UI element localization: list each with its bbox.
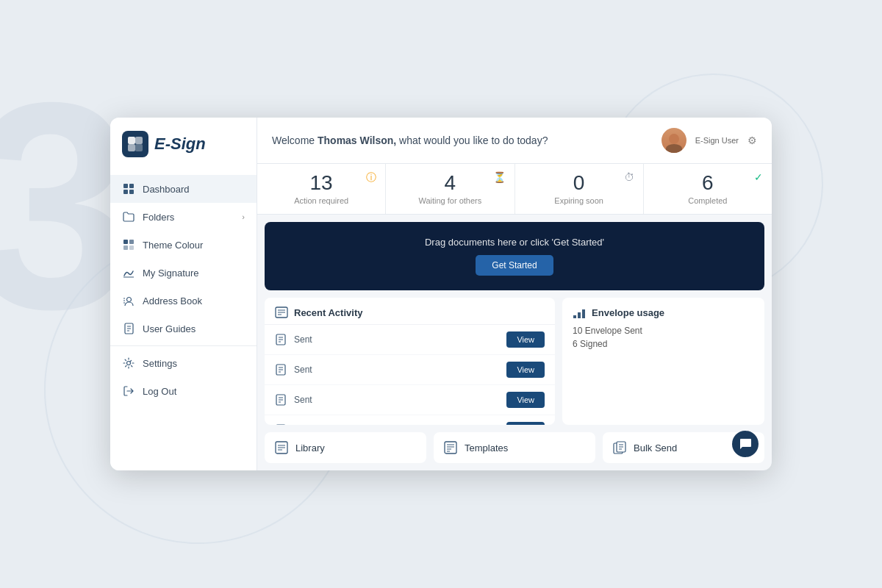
view-button-1[interactable]: View xyxy=(506,362,545,378)
envelope-usage-icon xyxy=(573,306,586,318)
stat-completed-number: 6 xyxy=(656,173,760,193)
bulk-send-label: Bulk Send xyxy=(634,442,677,453)
stat-completed: 6 Completed ✓ xyxy=(644,164,772,214)
stat-expiring-label: Expiring soon xyxy=(527,196,631,205)
folders-label: Folders xyxy=(143,212,174,223)
stat-action-required-number: 13 xyxy=(269,173,373,193)
svg-rect-4 xyxy=(123,184,128,188)
svg-rect-2 xyxy=(128,144,135,151)
table-row: Sent View xyxy=(265,415,555,425)
main-content: Welcome Thomas Wilson, what would you li… xyxy=(257,118,772,470)
avatar xyxy=(662,128,686,153)
svg-point-13 xyxy=(126,297,131,301)
sent-doc-icon-3 xyxy=(275,424,287,425)
dashboard-icon xyxy=(122,182,135,196)
recent-activity-icon xyxy=(275,306,288,318)
logo-esign: E-Sign xyxy=(154,135,206,153)
envelope-usage-title: Envelope usage xyxy=(592,307,664,318)
sidebar-item-address-book[interactable]: Address Book xyxy=(110,287,257,315)
stat-expiring-number: 0 xyxy=(527,173,631,193)
settings-icon xyxy=(122,356,135,370)
svg-rect-6 xyxy=(123,190,128,194)
stat-waiting-number: 4 xyxy=(398,173,502,193)
theme-colour-label: Theme Colour xyxy=(143,240,203,251)
svg-rect-11 xyxy=(129,245,134,250)
content-grid: Recent Activity Sent xyxy=(257,298,772,432)
sidebar-item-user-guides[interactable]: User Guides xyxy=(110,315,257,343)
sent-doc-icon-1 xyxy=(275,364,287,376)
library-panel[interactable]: Library xyxy=(265,432,426,463)
header-right: E-Sign User ⚙ xyxy=(662,128,757,153)
view-button-2[interactable]: View xyxy=(506,392,545,408)
stat-action-required: 13 Action required ⓘ xyxy=(257,164,386,214)
get-started-button[interactable]: Get Started xyxy=(476,255,553,276)
guides-icon xyxy=(122,322,135,335)
expiring-icon: ⏱ xyxy=(624,171,634,183)
sent-doc-icon-0 xyxy=(275,334,287,345)
sent-doc-icon-2 xyxy=(275,394,287,406)
welcome-prefix: Welcome xyxy=(272,135,318,146)
sidebar-item-settings[interactable]: Settings xyxy=(110,349,257,377)
svg-rect-9 xyxy=(129,240,134,244)
stat-waiting: 4 Waiting for others ⏳ xyxy=(386,164,514,214)
address-icon xyxy=(122,294,135,307)
user-name: Thomas Wilson, xyxy=(318,135,396,146)
bulk-send-icon xyxy=(613,441,626,454)
sidebar-item-folders[interactable]: Folders › xyxy=(110,203,257,231)
stat-expiring: 0 Expiring soon ⏱ xyxy=(515,164,644,214)
sidebar-item-dashboard[interactable]: Dashboard xyxy=(110,175,257,203)
upload-text: Drag documents here or click 'Get Starte… xyxy=(279,237,750,248)
activity-list: Sent View Sent xyxy=(265,325,555,425)
user-info-label: E-Sign User xyxy=(695,136,739,145)
view-button-0[interactable]: View xyxy=(506,331,545,348)
templates-label: Templates xyxy=(465,442,508,453)
svg-rect-5 xyxy=(129,184,134,188)
logo-area: E-Sign xyxy=(110,118,257,169)
chat-bubble[interactable] xyxy=(732,431,759,457)
user-guides-label: User Guides xyxy=(143,323,196,334)
nav-divider xyxy=(110,345,257,346)
waiting-icon: ⏳ xyxy=(493,171,506,183)
stat-action-required-label: Action required xyxy=(269,196,373,205)
stat-waiting-label: Waiting for others xyxy=(398,196,502,205)
view-button-3[interactable]: View xyxy=(506,422,545,425)
gear-icon[interactable]: ⚙ xyxy=(747,135,757,146)
sidebar-item-my-signature[interactable]: My Signature xyxy=(110,259,257,287)
folders-chevron: › xyxy=(242,212,245,221)
recent-activity-header: Recent Activity xyxy=(265,298,555,325)
dashboard-label: Dashboard xyxy=(143,184,190,195)
envelope-usage-header: Envelope usage xyxy=(573,306,754,318)
svg-rect-42 xyxy=(573,315,576,318)
table-row: Sent View xyxy=(265,355,555,385)
svg-rect-0 xyxy=(128,137,135,144)
svg-rect-10 xyxy=(123,245,128,250)
sidebar-item-log-out[interactable]: Log Out xyxy=(110,377,257,405)
activity-item-label-1: Sent xyxy=(294,365,312,375)
my-signature-label: My Signature xyxy=(143,268,199,279)
stats-row: 13 Action required ⓘ 4 Waiting for other… xyxy=(257,164,772,215)
log-out-label: Log Out xyxy=(143,386,176,397)
svg-rect-43 xyxy=(578,312,581,318)
theme-icon xyxy=(122,238,135,251)
upload-area: Drag documents here or click 'Get Starte… xyxy=(265,222,764,290)
svg-rect-49 xyxy=(445,442,456,453)
logo-icon xyxy=(122,131,148,157)
completed-icon: ✓ xyxy=(754,171,763,183)
sidebar: E-Sign Dashboard xyxy=(110,118,257,470)
action-required-icon: ⓘ xyxy=(366,171,376,184)
activity-item-label-2: Sent xyxy=(294,395,312,405)
library-label: Library xyxy=(295,442,325,453)
header: Welcome Thomas Wilson, what would you li… xyxy=(257,118,772,164)
sidebar-item-theme-colour[interactable]: Theme Colour xyxy=(110,231,257,259)
table-row: Sent View xyxy=(265,385,555,415)
folder-icon xyxy=(122,210,135,223)
templates-panel[interactable]: Templates xyxy=(434,432,595,463)
svg-rect-1 xyxy=(135,137,143,144)
welcome-text: Welcome Thomas Wilson, what would you li… xyxy=(272,135,548,146)
nav-menu: Dashboard Folders › xyxy=(110,169,257,470)
logout-icon xyxy=(122,384,135,398)
envelope-usage-panel: Envelope usage 10 Envelope Sent 6 Signed xyxy=(562,298,764,425)
templates-icon xyxy=(444,441,457,454)
app-container: E-Sign Dashboard xyxy=(110,118,772,470)
bottom-panels: Library Templates xyxy=(257,432,772,470)
